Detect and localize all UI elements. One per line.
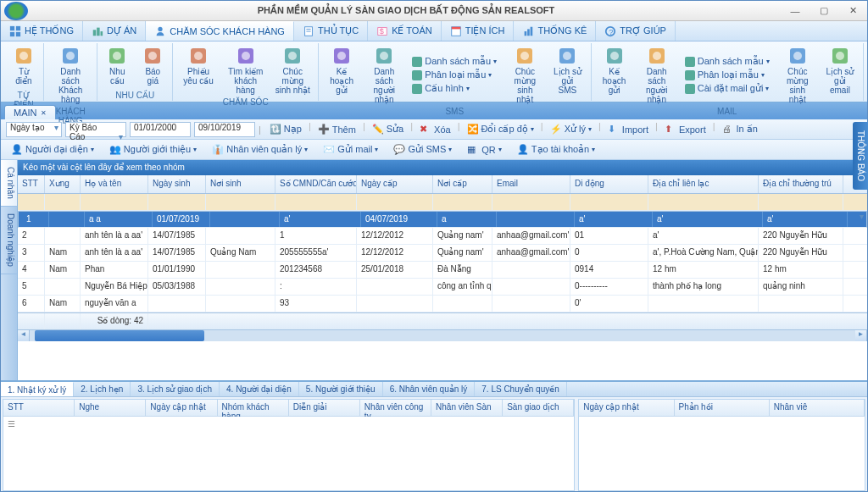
col-header[interactable]: Di động bbox=[570, 175, 648, 193]
tb2-người-giới-thiệu[interactable]: 👥Người giới thiệu▾ bbox=[104, 141, 202, 158]
tb2-tạo-tài-khoản[interactable]: 👤Tạo tài khoản▾ bbox=[512, 141, 600, 158]
tb-thêm[interactable]: ➕Thêm bbox=[313, 121, 361, 138]
tb2-người-đại-diện[interactable]: 👤Người đại diện▾ bbox=[6, 141, 99, 158]
table-row[interactable]: 5Nguyễn Bá Hiệp ...05/03/1988:công an tỉ… bbox=[18, 279, 867, 296]
ribbon-btn[interactable]: Báo giá bbox=[136, 43, 169, 91]
detail-grid-left[interactable]: ☰ bbox=[3, 417, 574, 490]
ribbon-small-btn[interactable]: Cấu hình▾ bbox=[409, 82, 499, 95]
detail-col[interactable]: Nhân viê bbox=[770, 400, 865, 416]
col-header[interactable]: Nơi cấp bbox=[433, 175, 492, 193]
tb2-gửi-sms[interactable]: 💬Gửi SMS▾ bbox=[388, 141, 457, 158]
col-header[interactable]: Địa chỉ liên lạc bbox=[648, 175, 759, 193]
tb2-qr[interactable]: ▦QR▾ bbox=[462, 141, 507, 158]
detail-tab[interactable]: 4. Người đại diện bbox=[220, 382, 299, 396]
detail-col[interactable]: Nhân viên công ty bbox=[360, 400, 431, 416]
tb2-nhân-viên-quản-lý[interactable]: 👔Nhân viên quản lý▾ bbox=[207, 141, 313, 158]
detail-col[interactable]: Nhân viên Sàn bbox=[431, 400, 503, 416]
tb-nạp[interactable]: 🔃Nạp bbox=[264, 121, 307, 138]
detail-tab[interactable]: 1. Nhật ký xử lý bbox=[1, 382, 74, 396]
notification-tab[interactable]: THÔNG BÁO bbox=[853, 122, 868, 190]
ribbon-btn[interactable]: Lịch sử gửi SMS bbox=[548, 43, 587, 107]
filter-icon[interactable]: ☰ bbox=[3, 417, 574, 431]
detail-tab[interactable]: 3. Lịch sử giao dịch bbox=[131, 382, 220, 396]
table-row[interactable]: 4NamPhan01/01/199020123456825/01/2018Đà … bbox=[18, 262, 867, 279]
filter-field-select[interactable]: Ngày tạo bbox=[6, 122, 62, 137]
detail-col[interactable]: Nhóm khách hàng bbox=[218, 400, 289, 416]
filter-row[interactable] bbox=[18, 194, 867, 211]
detail-col[interactable]: Sàn giao dịch bbox=[503, 400, 574, 416]
menu-thống-kê[interactable]: THỐNG KÊ bbox=[514, 21, 596, 41]
close-button[interactable]: ✕ bbox=[838, 1, 867, 21]
tb-xử-lý[interactable]: ⚡Xử lý▾ bbox=[545, 121, 597, 138]
col-header[interactable]: Xưng bbox=[45, 175, 81, 193]
col-header[interactable]: Ngày sinh bbox=[148, 175, 206, 193]
detail-tab[interactable]: 2. Lịch hẹn bbox=[74, 382, 131, 396]
horizontal-scrollbar[interactable]: ◄ ► bbox=[18, 329, 867, 341]
col-header[interactable]: Email bbox=[492, 175, 570, 193]
maximize-button[interactable]: ▢ bbox=[810, 1, 838, 21]
sidetab-Doanh nghiệp[interactable]: Doanh nghiệp bbox=[1, 207, 17, 274]
ribbon-small-btn[interactable]: Phân loại mẫu▾ bbox=[682, 69, 772, 81]
ribbon-small-btn[interactable]: Cài đặt mail gửi▾ bbox=[682, 82, 772, 95]
menu-trợ-giúp[interactable]: ?TRỢ GIÚP bbox=[596, 21, 676, 41]
detail-col[interactable]: Phản hồi bbox=[675, 400, 770, 416]
tb-import[interactable]: ⬇Import bbox=[603, 121, 654, 138]
ribbon-btn[interactable]: Lịch sử gửi email bbox=[821, 43, 860, 107]
ribbon-btn[interactable]: Tìm kiếm khách hàng bbox=[224, 43, 268, 97]
tab-close-icon[interactable]: ✕ bbox=[41, 109, 47, 117]
menu-tiện-ích[interactable]: TIỆN ÍCH bbox=[442, 21, 515, 41]
table-row[interactable]: 6Namnguyễn văn a930' bbox=[18, 296, 867, 312]
col-header[interactable]: Họ và tên bbox=[81, 175, 148, 193]
detail-tab[interactable]: 7. LS Chuyển quyền bbox=[475, 382, 567, 396]
ribbon-btn[interactable]: Từ điển bbox=[8, 43, 40, 91]
table-row[interactable]: 2anh tên là a aa'14/07/1985112/12/2012Qu… bbox=[18, 228, 867, 245]
detail-grid-right[interactable] bbox=[579, 417, 865, 490]
date-from[interactable]: 01/01/2000 bbox=[130, 122, 191, 137]
ribbon-btn[interactable]: Phiếu yêu cầu bbox=[176, 43, 220, 97]
col-header[interactable]: Nơi sinh bbox=[206, 175, 275, 193]
col-header[interactable]: Số CMND/Căn cước bbox=[275, 175, 357, 193]
detail-col[interactable]: Ngày cập nhật bbox=[579, 400, 674, 416]
menu-dự-án[interactable]: DỰ ÁN bbox=[83, 21, 146, 41]
menu-thủ-tục[interactable]: THỦ TỤC bbox=[294, 21, 368, 41]
ribbon-btn[interactable]: Nhu cầu bbox=[101, 43, 133, 91]
table-row[interactable]: 1a a01/07/2019a'04/07/2019aa'a'a' bbox=[18, 211, 867, 228]
ribbon-small-btn[interactable]: Danh sách mẫu▾ bbox=[409, 55, 499, 68]
tb2-gửi-mail[interactable]: ✉️Gửi mail▾ bbox=[318, 141, 383, 158]
grid-body[interactable]: 1a a01/07/2019a'04/07/2019aa'a'a'2anh tê… bbox=[18, 194, 867, 312]
ribbon-small-btn[interactable]: Danh sách mẫu▾ bbox=[682, 55, 772, 68]
date-to[interactable]: 09/10/2019 bbox=[194, 122, 255, 137]
table-row[interactable]: 3Namanh tên là a aa'14/07/1985Quảng Nam2… bbox=[18, 245, 867, 262]
col-header[interactable]: STT bbox=[18, 175, 45, 193]
ribbon-btn[interactable]: Kế hoạch gửi bbox=[322, 43, 361, 107]
menu-kế-toán[interactable]: $KẾ TOÁN bbox=[368, 21, 442, 41]
detail-tab[interactable]: 5. Người giới thiệu bbox=[299, 382, 383, 396]
ribbon-small-btn[interactable]: Phân loại mẫu▾ bbox=[409, 69, 499, 81]
detail-col[interactable]: STT bbox=[3, 400, 75, 416]
tb-in-ấn[interactable]: 🖨In ấn bbox=[717, 121, 763, 138]
ribbon-btn[interactable]: Danh sách người nhận bbox=[637, 43, 676, 107]
ribbon-btn[interactable]: Chúc mừng sinh nhật bbox=[778, 43, 817, 107]
ribbon-btn[interactable]: Chúc mừng sinh nhật bbox=[270, 43, 314, 97]
scroll-thumb[interactable] bbox=[35, 330, 204, 341]
group-bar[interactable]: Kéo một vài cột lên đây để xem theo nhóm bbox=[18, 160, 867, 175]
ribbon-btn[interactable]: Chúc mừng sinh nhật bbox=[505, 43, 544, 107]
report-period-select[interactable]: Kỳ Báo Cáo bbox=[65, 122, 126, 137]
detail-tab[interactable]: 6. Nhân viên quản lý bbox=[383, 382, 476, 396]
detail-col[interactable]: Ngày cập nhật bbox=[146, 400, 217, 416]
menu-chăm-sóc-khách-hàng[interactable]: CHĂM SÓC KHÁCH HÀNG bbox=[146, 21, 294, 41]
tb-sửa[interactable]: ✏️Sửa bbox=[367, 121, 409, 138]
tab-main[interactable]: MAIN ✕ bbox=[4, 105, 56, 119]
minimize-button[interactable]: — bbox=[781, 1, 810, 21]
menu-hệ-thống[interactable]: HỆ THỐNG bbox=[1, 21, 83, 41]
scroll-left-icon[interactable]: ◄ bbox=[18, 330, 30, 341]
ribbon-btn[interactable]: Kế hoạch gửi bbox=[595, 43, 634, 107]
ribbon-btn[interactable]: Danh sách người nhận bbox=[364, 43, 403, 107]
col-header[interactable]: Ngày cấp bbox=[357, 175, 433, 193]
detail-col[interactable]: Diễn giải bbox=[289, 400, 360, 416]
tb-xóa[interactable]: ✖Xóa bbox=[415, 121, 456, 138]
tb-đổi-cấp-độ[interactable]: 🔀Đổi cấp độ▾ bbox=[462, 121, 539, 138]
col-header[interactable]: Địa chỉ thường trú bbox=[759, 175, 843, 193]
tb-export[interactable]: ⬆Export bbox=[659, 121, 711, 138]
detail-col[interactable]: Nghe bbox=[75, 400, 146, 416]
